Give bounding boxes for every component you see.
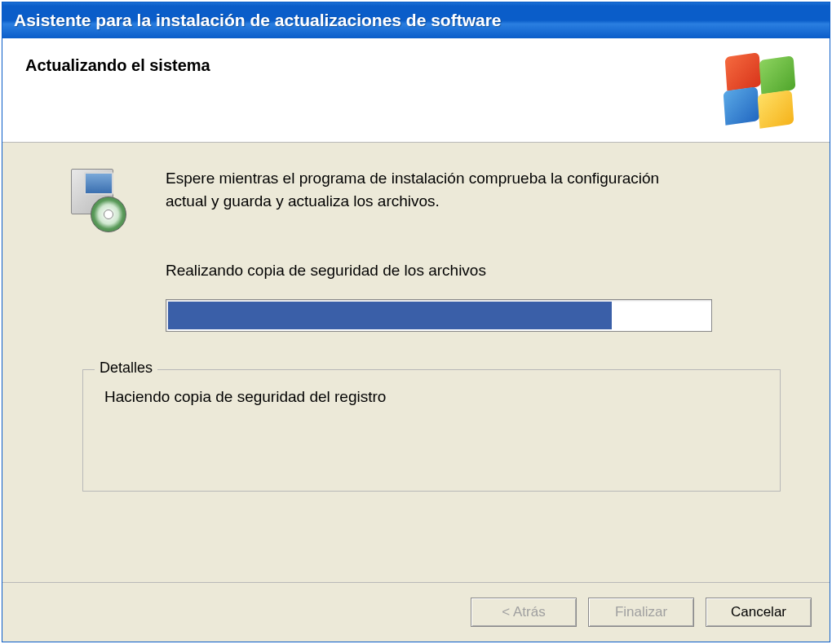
progress-bar: [166, 299, 712, 332]
titlebar: Asistente para la instalación de actuali…: [2, 2, 830, 38]
cancel-button[interactable]: Cancelar: [706, 598, 812, 627]
progress-section: Realizando copia de seguridad de los arc…: [166, 262, 781, 332]
instruction-text: Espere mientras el programa de instalaci…: [166, 167, 704, 212]
details-legend: Detalles: [95, 359, 157, 377]
progress-bar-fill: [168, 302, 612, 329]
windows-logo-icon: [721, 53, 799, 130]
instruction-row: Espere mientras el programa de instalaci…: [68, 167, 781, 229]
button-bar: < Atrás Finalizar Cancelar: [2, 582, 830, 642]
details-group: Detalles Haciendo copia de seguridad del…: [82, 369, 781, 492]
header-panel: Actualizando el sistema: [2, 38, 830, 143]
installer-icon: [68, 164, 133, 229]
back-button[interactable]: < Atrás: [471, 598, 577, 627]
content-area: Espere mientras el programa de instalaci…: [2, 143, 830, 582]
page-title: Actualizando el sistema: [25, 56, 210, 75]
window-title: Asistente para la instalación de actuali…: [14, 11, 502, 30]
finish-button[interactable]: Finalizar: [588, 598, 694, 627]
progress-label: Realizando copia de seguridad de los arc…: [166, 262, 781, 280]
details-text: Haciendo copia de seguridad del registro: [104, 388, 759, 406]
wizard-window: Asistente para la instalación de actuali…: [2, 2, 830, 642]
